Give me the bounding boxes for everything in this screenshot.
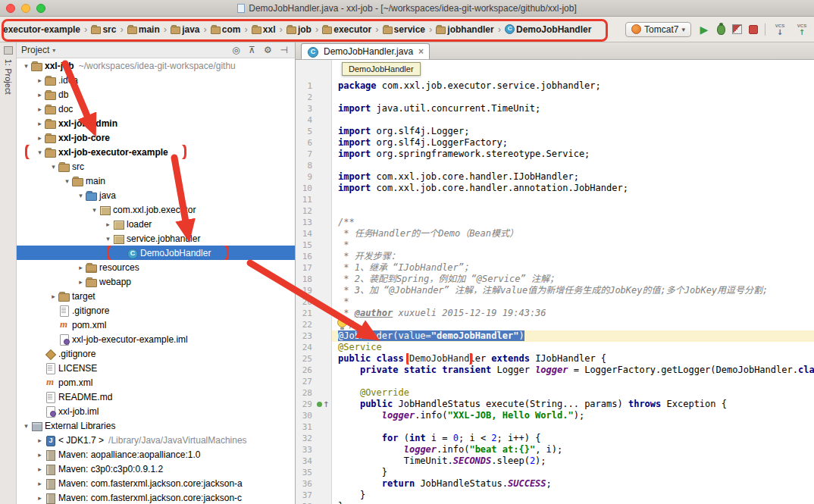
code-line-26[interactable]: 26 private static transient Logger logge… — [296, 365, 814, 376]
code-line-11[interactable]: 11 — [296, 194, 814, 205]
breadcrumb-item-main[interactable]: main — [127, 24, 160, 35]
tree-item-doc[interactable]: ▸doc — [17, 102, 295, 116]
tree-toggle-icon[interactable]: ▸ — [35, 480, 45, 487]
code-line-8[interactable]: 8 — [296, 160, 814, 171]
code-line-19[interactable]: 19 * 3、加 “@JobHander” 注解，注解value值为新增任务生成… — [296, 285, 814, 296]
run-line-marker-icon[interactable] — [317, 402, 322, 407]
tree-item-target[interactable]: ▸target — [17, 289, 295, 303]
tree-toggle-icon[interactable]: ▸ — [49, 293, 58, 300]
breadcrumb-item-job[interactable]: job — [286, 24, 312, 35]
tree-toggle-icon[interactable]: ▸ — [76, 278, 86, 286]
tree-item-xxl-job-core[interactable]: ▸xxl-job-core — [17, 130, 295, 145]
tree-item-pom-xml[interactable]: pom.xml — [17, 375, 295, 390]
code-line-31[interactable]: 31 — [296, 421, 814, 433]
run-config-selector[interactable]: Tomcat7 ▾ — [625, 22, 691, 37]
breadcrumb-item-executor-example[interactable]: executor-example — [3, 24, 80, 35]
code-line-23[interactable]: 23@JobHander(value="demoJobHandler") — [296, 330, 814, 342]
tree-toggle-icon[interactable]: ▸ — [35, 465, 45, 473]
project-tool-button[interactable]: 1: Project — [4, 59, 13, 94]
tree-item-xxl-job-executor-example-iml[interactable]: xxl-job-executor-example.iml — [17, 332, 295, 346]
code-line-38[interactable]: 38} — [296, 501, 814, 504]
code-line-16[interactable]: 16 * 开发步骤： — [296, 251, 814, 262]
tree-item-java[interactable]: ▾java — [17, 188, 295, 202]
breadcrumb-item-com[interactable]: com — [211, 24, 241, 35]
code-area[interactable]: 1package com.xxl.job.executor.service.jo… — [296, 60, 814, 504]
tree-item-gitignore[interactable]: .gitignore — [17, 346, 295, 361]
tree-item-maven-com-fasterxml-jackson-core-jackson-a[interactable]: ▸Maven: com.fasterxml.jackson.core:jacks… — [17, 476, 295, 490]
override-marker-icon[interactable]: ↑ — [323, 399, 329, 410]
breadcrumb-item-xxl[interactable]: xxl — [252, 24, 276, 35]
run-button[interactable]: ▶ — [698, 23, 710, 36]
breadcrumb-item-demojobhandler[interactable]: DemoJobHandler — [505, 24, 591, 35]
close-tab-icon[interactable]: × — [418, 46, 424, 57]
tree-toggle-icon[interactable]: ▾ — [21, 62, 31, 70]
code-line-22[interactable]: 22 */ — [296, 319, 814, 330]
tree-toggle-icon[interactable]: ▸ — [35, 451, 45, 459]
code-line-13[interactable]: 13/** — [296, 217, 814, 228]
tree-toggle-icon[interactable]: ▾ — [103, 235, 113, 243]
tree-toggle-icon[interactable]: ▸ — [35, 437, 45, 444]
code-line-21[interactable]: 21 * @author xuxueli 2015-12-19 19:43:36 — [296, 308, 814, 319]
code-line-14[interactable]: 14 * 任务Handler的一个Demo（Bean模式） — [296, 228, 814, 239]
tree-toggle-icon[interactable]: ▾ — [21, 422, 31, 430]
tree-item-src[interactable]: ▾src — [17, 159, 295, 174]
tree-item-main[interactable]: ▾main — [17, 174, 295, 188]
tree-item-db[interactable]: ▸db — [17, 87, 295, 102]
code-line-28[interactable]: 28 @Override — [296, 387, 814, 399]
tree-toggle-icon[interactable]: ▸ — [35, 105, 45, 113]
breadcrumb-item-executor[interactable]: executor — [322, 24, 371, 35]
tree-toggle-icon[interactable]: ▸ — [35, 120, 45, 127]
tree-item-resources[interactable]: ▸resources — [17, 260, 295, 274]
code-line-37[interactable]: 37 } — [296, 490, 814, 501]
coverage-button[interactable] — [732, 24, 742, 34]
code-line-15[interactable]: 15 * — [296, 239, 814, 251]
code-line-24[interactable]: 24@Service — [296, 342, 814, 353]
tree-toggle-icon[interactable]: ▸ — [35, 494, 45, 502]
tree-toggle-icon[interactable]: ▸ — [35, 134, 45, 142]
tree-item-jdk1-7[interactable]: ▸< JDK1.7 >/Library/Java/JavaVirtualMach… — [17, 433, 295, 447]
tree-toggle-icon[interactable]: ▾ — [49, 163, 58, 171]
locate-icon[interactable]: ◎ — [230, 45, 243, 55]
project-panel-title[interactable]: Project — [21, 45, 49, 55]
tree-item-maven-aopalliance-aopalliance-1-0[interactable]: ▸Maven: aopalliance:aopalliance:1.0 — [17, 447, 295, 462]
code-line-12[interactable]: 12 — [296, 205, 814, 217]
code-line-29[interactable]: 29↑ public JobHandleStatus execute(Strin… — [296, 399, 814, 410]
tree-toggle-icon[interactable]: ▾ — [76, 192, 86, 199]
code-line-33[interactable]: 33 logger.info("beat at:{}", i); — [296, 444, 814, 455]
code-line-17[interactable]: 17 * 1、继承 “IJobHandler”； — [296, 262, 814, 274]
hide-panel-icon[interactable]: ⊣ — [277, 45, 290, 55]
tree-toggle-icon[interactable]: ▾ — [35, 149, 45, 156]
tree-item-xxl-job-executor-example[interactable]: ▾xxl-job-executor-example — [17, 145, 295, 159]
debug-button[interactable] — [717, 24, 725, 35]
tree-item-xxl-job-admin[interactable]: ▸xxl-job-admin — [17, 116, 295, 130]
tree-item-maven-com-fasterxml-jackson-core-jackson-c[interactable]: ▸Maven: com.fasterxml.jackson.core:jacks… — [17, 490, 295, 504]
stop-button[interactable] — [749, 25, 758, 34]
code-line-30[interactable]: 30 logger.info("XXL-JOB, Hello World."); — [296, 410, 814, 421]
tree-item-webapp[interactable]: ▸webapp — [17, 274, 295, 289]
code-line-5[interactable]: 5import org.slf4j.Logger; — [296, 126, 814, 137]
breadcrumb-item-java[interactable]: java — [171, 24, 199, 35]
tree-item-maven-c3p0-c3p0-0-9-1-2[interactable]: ▸Maven: c3p0:c3p0:0.9.1.2 — [17, 462, 295, 476]
vcs-commit-button[interactable]: VCS ↑ — [794, 23, 809, 36]
code-line-4[interactable]: 4 — [296, 114, 814, 126]
code-line-2[interactable]: 2 — [296, 92, 814, 103]
code-line-1[interactable]: 1package com.xxl.job.executor.service.jo… — [296, 80, 814, 92]
tree-item-gitignore[interactable]: .gitignore — [17, 303, 295, 318]
code-line-20[interactable]: 20 * — [296, 296, 814, 308]
code-line-10[interactable]: 10import com.xxl.job.core.handler.annota… — [296, 183, 814, 194]
code-line-35[interactable]: 35 } — [296, 467, 814, 478]
code-line-32[interactable]: 32 for (int i = 0; i < 2; i++) { — [296, 433, 814, 444]
code-line-7[interactable]: 7import org.springframework.stereotype.S… — [296, 149, 814, 160]
tree-item-license[interactable]: LICENSE — [17, 361, 295, 375]
settings-gear-icon[interactable]: ⚙ — [261, 45, 274, 55]
tree-item-external-libraries[interactable]: ▾External Libraries — [17, 418, 295, 433]
intention-bulb-icon[interactable] — [337, 318, 347, 327]
tree-item-readme-md[interactable]: README.md — [17, 390, 295, 404]
vcs-update-button[interactable]: VCS ↓ — [772, 23, 787, 36]
tree-toggle-icon[interactable]: ▸ — [103, 221, 113, 228]
tree-toggle-icon[interactable]: ▸ — [35, 91, 45, 99]
tree-item-service-jobhandler[interactable]: ▾service.jobhandler — [17, 231, 295, 246]
tree-toggle-icon[interactable]: ▾ — [62, 177, 72, 185]
code-line-25[interactable]: 25public class DemoJobHandler extends IJ… — [296, 353, 814, 365]
tree-item-demojobhandler[interactable]: DemoJobHandler — [17, 246, 295, 260]
